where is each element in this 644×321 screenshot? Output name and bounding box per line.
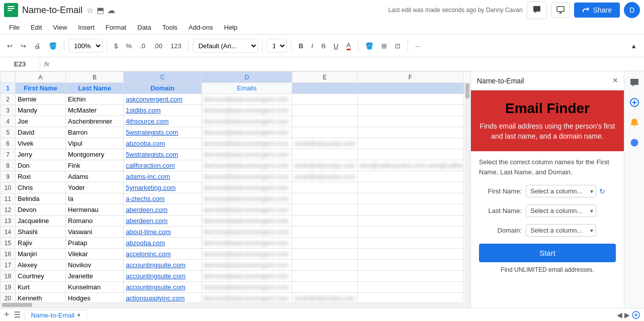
cell-last-name[interactable]: Montgomery xyxy=(66,149,124,160)
percent-button[interactable]: % xyxy=(123,40,135,52)
cell-first-name[interactable]: Shashi xyxy=(16,227,66,238)
cell-domain[interactable]: adams-inc.com xyxy=(124,171,202,182)
col-header-d[interactable]: D xyxy=(202,72,292,83)
cell-email-f[interactable] xyxy=(358,204,463,216)
cell-email-d[interactable]: bernice@askconvergent.com xyxy=(202,260,292,271)
cell-email-f[interactable] xyxy=(358,149,463,160)
cell-email-f[interactable] xyxy=(358,271,463,282)
cell-last-name[interactable]: Vilekar xyxy=(66,249,124,260)
cell-email-d[interactable]: bernice@askconvergent.com xyxy=(202,238,292,249)
panel-close-button[interactable]: × xyxy=(612,75,618,86)
cell-last-name[interactable]: Hermenau xyxy=(66,204,124,216)
first-name-refresh-button[interactable]: ↻ xyxy=(599,187,605,195)
menu-insert[interactable]: Insert xyxy=(73,22,100,33)
cell-email-d[interactable]: bernice@askconvergent.com xyxy=(202,171,292,182)
cell-email-e[interactable] xyxy=(292,127,358,138)
comment-button[interactable] xyxy=(527,2,547,19)
cell-email-f[interactable] xyxy=(358,193,463,204)
cell-first-name[interactable]: Belinda xyxy=(16,193,66,204)
col-header-c[interactable]: C xyxy=(124,72,202,83)
cell-email-d[interactable]: bernice@askconvergent.com xyxy=(202,127,292,138)
cell-ref[interactable]: E23 xyxy=(0,59,40,69)
cell-email-f[interactable]: don@callforaction.com don@callforaction.… xyxy=(358,160,463,171)
menu-file[interactable]: File xyxy=(4,22,25,33)
borders-button[interactable]: ⊞ xyxy=(378,40,390,52)
cell-first-name[interactable]: David xyxy=(16,127,66,138)
vertical-scrollbar[interactable] xyxy=(464,82,470,308)
col-header-a[interactable]: A xyxy=(16,72,66,83)
cell-first-name[interactable]: Joe xyxy=(16,116,66,127)
cell-email-d[interactable]: bernice@askconvergent.com xyxy=(202,94,292,105)
cell-email-d[interactable]: bernice@askconvergent.com xyxy=(202,282,292,293)
header-last-name[interactable]: Last Name xyxy=(66,83,124,94)
cell-email-d[interactable]: bernice@askconvergent.com xyxy=(202,227,292,238)
cell-email-e[interactable] xyxy=(292,249,358,260)
chat-icon[interactable] xyxy=(627,75,641,89)
sheets-explore-icon[interactable] xyxy=(627,95,641,110)
star-icon[interactable]: ☆ xyxy=(87,6,94,15)
menu-edit[interactable]: Edit xyxy=(26,22,47,33)
cell-email-e[interactable] xyxy=(292,227,358,238)
menu-view[interactable]: View xyxy=(48,22,72,33)
cell-domain[interactable]: accountingsuite.com xyxy=(124,282,202,293)
cell-domain[interactable]: accountingsuite.com xyxy=(124,271,202,282)
header-emails[interactable]: Emails xyxy=(202,83,292,94)
last-name-select[interactable]: Select a column... xyxy=(526,204,596,217)
cell-email-d[interactable]: bernice@askconvergent.com xyxy=(202,149,292,160)
cell-first-name[interactable]: Manjiri xyxy=(16,249,66,260)
cell-last-name[interactable]: Vaswani xyxy=(66,227,124,238)
currency-button[interactable]: $ xyxy=(111,40,121,52)
menu-data[interactable]: Data xyxy=(132,22,156,33)
cell-last-name[interactable]: Barron xyxy=(66,127,124,138)
cell-email-d[interactable]: bernice@askconvergent.com xyxy=(202,204,292,216)
zoom-select[interactable]: 100% 75% 50% 200% xyxy=(68,39,103,53)
cell-domain[interactable]: about-time.com xyxy=(124,227,202,238)
cell-first-name[interactable]: Courtney xyxy=(16,271,66,282)
cloud-icon[interactable]: ☁ xyxy=(107,6,115,15)
font-size-select[interactable]: 10 11 12 xyxy=(267,39,287,53)
more-toolbar-button[interactable]: ··· xyxy=(412,40,424,52)
scroll-right-button[interactable]: ▶ xyxy=(624,311,630,319)
cell-email-d[interactable]: bernice@askconvergent.com xyxy=(202,138,292,149)
sheet-tab[interactable]: Name-to-Email ▾ xyxy=(25,310,88,320)
cell-first-name[interactable]: Jerry xyxy=(16,149,66,160)
cell-email-f[interactable] xyxy=(358,182,463,193)
cell-domain[interactable]: 5wstrategists.com xyxy=(124,149,202,160)
cell-email-d[interactable]: bernice@askconvergent.com xyxy=(202,105,292,116)
cell-last-name[interactable]: Romano xyxy=(66,216,124,227)
menu-tools[interactable]: Tools xyxy=(157,22,182,33)
cell-last-name[interactable]: Adams xyxy=(66,171,124,182)
col-header-g[interactable]: G xyxy=(463,72,471,83)
cell-domain[interactable]: askconvergent.com xyxy=(124,94,202,105)
cell-first-name[interactable]: Rajiv xyxy=(16,238,66,249)
cell-domain[interactable]: aberdeen.com xyxy=(124,216,202,227)
cell-email-e[interactable] xyxy=(292,282,358,293)
cell-email-e[interactable] xyxy=(292,238,358,249)
cell-email-e[interactable] xyxy=(292,182,358,193)
add-sheet-button[interactable]: + xyxy=(4,309,10,320)
cell-email-e[interactable] xyxy=(292,216,358,227)
first-name-select[interactable]: Select a column... xyxy=(526,185,596,197)
cell-email-d[interactable]: bernice@askconvergent.com xyxy=(202,160,292,171)
cell-email-e[interactable] xyxy=(292,149,358,160)
cell-domain[interactable]: abzooba.com xyxy=(124,238,202,249)
cell-email-e[interactable] xyxy=(292,271,358,282)
cell-email-e[interactable]: vivek@abzooba.com xyxy=(292,160,358,171)
cell-first-name[interactable]: Devon xyxy=(16,204,66,216)
text-color-button[interactable]: A xyxy=(344,39,354,52)
cell-email-f[interactable] xyxy=(358,94,463,105)
present-button[interactable] xyxy=(551,3,570,18)
bell-icon[interactable] xyxy=(627,116,641,130)
explore-button[interactable] xyxy=(632,310,640,319)
cell-domain[interactable]: acceloninc.com xyxy=(124,249,202,260)
font-family-select[interactable]: Default (Ari... xyxy=(193,39,258,53)
cell-first-name[interactable]: Roxi xyxy=(16,171,66,182)
cell-domain[interactable]: 5ymarketing.com xyxy=(124,182,202,193)
cell-email-d[interactable]: bernice@askconvergent.com xyxy=(202,182,292,193)
cell-email-f[interactable] xyxy=(358,116,463,127)
cell-last-name[interactable]: Kunselman xyxy=(66,282,124,293)
cell-first-name[interactable]: Chris xyxy=(16,182,66,193)
start-button[interactable]: Start xyxy=(479,244,616,262)
col-header-f[interactable]: F xyxy=(358,72,463,83)
cell-domain[interactable]: accountingsuite.com xyxy=(124,260,202,271)
